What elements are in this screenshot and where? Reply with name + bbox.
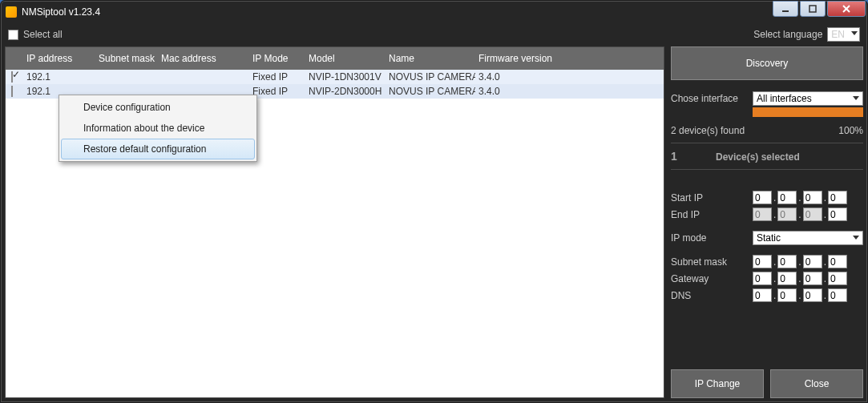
ctx-restore-default[interactable]: Restore default configuration [61,139,255,159]
subnet-label: Subnet mask [671,256,753,268]
subnet-1[interactable] [753,255,772,268]
start-ip-2[interactable] [777,191,797,204]
chevron-down-icon [851,31,858,35]
select-all-checkbox[interactable] [8,30,18,40]
dns-4[interactable] [828,288,847,302]
subnet-2[interactable] [777,255,797,268]
close-button[interactable]: Close [770,369,863,398]
end-ip-label: End IP [671,209,753,220]
ip-mode-label: IP mode [671,232,753,244]
gateway-1[interactable] [753,272,772,285]
chevron-down-icon [853,236,859,240]
end-ip-2[interactable] [777,208,797,221]
col-ip[interactable]: IP address [23,53,95,64]
ctx-device-configuration[interactable]: Device configuration [61,97,255,118]
subnet-4[interactable] [828,255,847,268]
dns-3[interactable] [803,288,822,302]
gateway-3[interactable] [803,272,822,285]
end-ip-3[interactable] [803,208,822,221]
selected-label: Device(s) selected [716,151,800,163]
ip-mode-select[interactable]: Static [753,231,863,245]
row-checkbox[interactable] [11,86,13,97]
col-name[interactable]: Name [386,53,475,64]
app-window: NMSiptool v1.23.4 Select all Select lang… [0,0,868,403]
gateway-4[interactable] [828,272,847,285]
col-mac[interactable]: Mac address [158,53,249,64]
window-title: NMSiptool v1.23.4 [22,6,100,18]
selected-count: 1 [671,150,716,163]
select-all-label: Select all [23,29,63,40]
table-row[interactable]: 192.1 Fixed IP NVIP-1DN3001V NOVUS IP CA… [6,70,664,84]
table-header: IP address Subnet mask Mac address IP Mo… [6,47,664,70]
dns-2[interactable] [777,288,797,302]
dns-1[interactable] [753,288,772,302]
chevron-down-icon [853,96,859,100]
interface-label: Chose interface [671,93,753,104]
col-subnet[interactable]: Subnet mask [95,53,158,64]
col-model[interactable]: Model [305,53,386,64]
interface-select[interactable]: All interfaces [753,91,863,106]
subnet-3[interactable] [803,255,822,268]
gateway-label: Gateway [671,273,753,284]
svg-rect-1 [809,6,816,12]
close-window-button[interactable] [827,1,866,17]
start-ip-label: Start IP [671,192,753,204]
language-select[interactable]: EN [827,29,860,40]
col-fw[interactable]: Firmware version [475,53,571,64]
ctx-information[interactable]: Information about the device [61,118,255,139]
maximize-button[interactable] [800,1,826,17]
start-ip-3[interactable] [803,191,822,204]
start-ip-1[interactable] [753,191,772,204]
context-menu: Device configuration Information about t… [59,95,257,162]
devices-found: 2 device(s) found [671,125,745,136]
col-mode[interactable]: IP Mode [249,53,305,64]
discovery-percent: 100% [838,125,863,136]
discovery-button[interactable]: Discovery [671,46,863,80]
start-ip-4[interactable] [828,191,847,204]
row-checkbox[interactable] [11,71,13,83]
discovery-progress [753,107,863,117]
minimize-button[interactable] [773,1,798,17]
end-ip-1[interactable] [753,208,772,221]
app-icon [6,6,17,18]
select-language-label: Select language [753,29,822,40]
gateway-2[interactable] [777,272,797,285]
dns-label: DNS [671,290,753,301]
ip-change-button[interactable]: IP Change [671,369,764,398]
end-ip-4[interactable] [828,208,847,221]
sidebar: Discovery Chose interface All interfaces… [671,46,863,398]
titlebar[interactable]: NMSiptool v1.23.4 [1,1,867,23]
